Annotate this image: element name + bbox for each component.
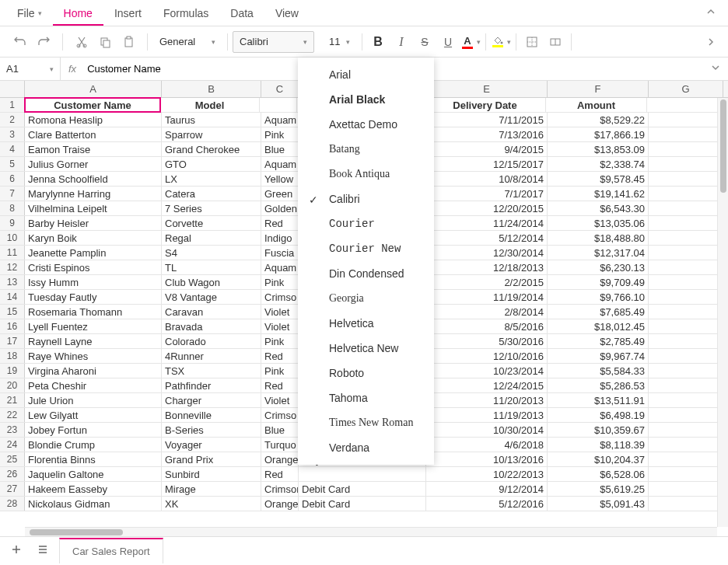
cell[interactable] bbox=[649, 260, 723, 274]
cell[interactable]: Sunbird bbox=[162, 467, 261, 481]
cell[interactable] bbox=[649, 275, 723, 289]
cell[interactable] bbox=[260, 98, 297, 112]
row-header[interactable]: 11 bbox=[0, 246, 25, 260]
cell[interactable]: Rosemaria Thomann bbox=[25, 305, 162, 319]
cell[interactable]: Golden bbox=[261, 201, 299, 215]
cell[interactable]: 2/8/2014 bbox=[426, 305, 548, 319]
cell[interactable] bbox=[649, 113, 723, 127]
cell[interactable]: Turquo bbox=[261, 438, 299, 452]
cell[interactable]: Clare Batterton bbox=[25, 127, 162, 141]
cell[interactable]: 12/24/2015 bbox=[426, 378, 548, 392]
font-menu-item[interactable]: Helvetica bbox=[298, 311, 434, 336]
cell[interactable]: Violet bbox=[261, 305, 299, 319]
row-header[interactable]: 8 bbox=[0, 201, 25, 215]
cell[interactable]: $6,230.13 bbox=[548, 260, 649, 274]
row-header[interactable]: 1 bbox=[0, 98, 25, 112]
cell[interactable]: Pink bbox=[261, 275, 299, 289]
font-menu-item[interactable]: Tahoma bbox=[298, 385, 434, 410]
cell[interactable]: Red bbox=[261, 216, 299, 230]
cell[interactable]: $13,035.06 bbox=[548, 216, 649, 230]
row-header[interactable]: 9 bbox=[0, 216, 25, 230]
cell[interactable]: Lew Gilyatt bbox=[25, 408, 162, 422]
cell[interactable]: Violet bbox=[261, 393, 299, 407]
cell[interactable]: Mirage bbox=[162, 482, 261, 496]
font-menu-item[interactable]: Calibri✓ bbox=[298, 187, 434, 211]
all-sheets-button[interactable] bbox=[33, 539, 53, 562]
cell[interactable]: Charger bbox=[162, 393, 261, 407]
cell[interactable]: 10/23/2014 bbox=[426, 364, 548, 378]
cell[interactable] bbox=[649, 305, 723, 319]
cell[interactable]: 11/19/2014 bbox=[426, 290, 548, 304]
cell[interactable]: Tuesday Fautly bbox=[25, 290, 162, 304]
cell[interactable]: 7 Series bbox=[162, 201, 261, 215]
cell[interactable]: 12/30/2014 bbox=[426, 246, 548, 260]
font-family-dropdown[interactable]: Calibri ▾ bbox=[233, 31, 314, 53]
cut-button[interactable] bbox=[71, 31, 93, 53]
font-color-button[interactable]: A ▾ bbox=[460, 31, 481, 53]
cell[interactable]: Corvette bbox=[162, 216, 261, 230]
cell[interactable]: 12/20/2015 bbox=[426, 201, 548, 215]
cell[interactable]: $18,012.45 bbox=[548, 319, 649, 333]
cell[interactable]: Aquam bbox=[261, 113, 299, 127]
row-header[interactable]: 12 bbox=[0, 260, 25, 274]
italic-button[interactable]: I bbox=[390, 31, 412, 53]
cell[interactable]: Marylynne Harring bbox=[25, 187, 162, 201]
cell[interactable]: Virgina Aharoni bbox=[25, 364, 162, 378]
cell[interactable]: Taurus bbox=[162, 113, 261, 127]
cell[interactable]: 11/19/2013 bbox=[426, 408, 548, 422]
add-sheet-button[interactable] bbox=[6, 539, 26, 562]
row-header[interactable]: 23 bbox=[0, 423, 25, 437]
horizontal-scrollbar[interactable] bbox=[25, 527, 717, 536]
font-menu-item[interactable]: Roboto bbox=[298, 361, 434, 385]
font-menu-item[interactable]: Axettac Demo bbox=[298, 112, 434, 137]
row-header[interactable]: 4 bbox=[0, 142, 25, 156]
cell[interactable]: Romona Heaslip bbox=[25, 113, 162, 127]
font-menu-item[interactable]: Book Antiqua bbox=[298, 162, 434, 187]
row-header[interactable]: 10 bbox=[0, 231, 25, 245]
cell[interactable] bbox=[299, 467, 426, 481]
cell[interactable]: Bravada bbox=[162, 319, 261, 333]
cell[interactable]: Barby Heisler bbox=[25, 216, 162, 230]
cell[interactable]: 10/22/2013 bbox=[426, 467, 548, 481]
cell[interactable]: Crimso bbox=[261, 290, 299, 304]
cell[interactable] bbox=[649, 290, 723, 304]
cell[interactable] bbox=[649, 452, 723, 466]
cell[interactable]: $9,578.45 bbox=[548, 172, 649, 186]
font-menu-item[interactable]: Batang bbox=[298, 137, 434, 162]
cell[interactable]: 7/1/2017 bbox=[426, 187, 548, 201]
row-header[interactable]: 18 bbox=[0, 349, 25, 363]
menu-view[interactable]: View bbox=[264, 1, 310, 26]
cell[interactable]: Julius Gorner bbox=[25, 157, 162, 171]
cell[interactable]: $6,498.19 bbox=[548, 408, 649, 422]
cell[interactable]: Bonneville bbox=[162, 408, 261, 422]
copy-button[interactable] bbox=[94, 31, 116, 53]
cell[interactable]: $19,141.62 bbox=[548, 187, 649, 201]
cell[interactable]: 7/13/2016 bbox=[426, 127, 548, 141]
scrollbar-thumb[interactable] bbox=[720, 99, 726, 193]
cell[interactable]: Orange bbox=[261, 452, 299, 466]
menu-file[interactable]: File ▾ bbox=[6, 1, 53, 26]
cell[interactable]: Raye Whines bbox=[25, 349, 162, 363]
cell[interactable]: 12/15/2017 bbox=[426, 157, 548, 171]
row-header[interactable]: 26 bbox=[0, 467, 25, 481]
cell[interactable]: S4 bbox=[162, 246, 261, 260]
cell[interactable]: $9,967.74 bbox=[548, 349, 649, 363]
cell[interactable] bbox=[649, 187, 723, 201]
cell[interactable]: Jobey Fortun bbox=[25, 423, 162, 437]
cell[interactable]: Aquam bbox=[261, 157, 299, 171]
cell[interactable] bbox=[649, 172, 723, 186]
cell[interactable]: $5,091.43 bbox=[548, 497, 649, 511]
cell[interactable]: LX bbox=[162, 172, 261, 186]
cell[interactable]: Debit Card bbox=[299, 482, 426, 496]
cell[interactable]: $12,317.04 bbox=[548, 246, 649, 260]
cell[interactable]: $7,685.49 bbox=[548, 305, 649, 319]
cell[interactable] bbox=[649, 467, 723, 481]
cell[interactable]: Green bbox=[261, 187, 299, 201]
cell[interactable]: B-Series bbox=[162, 423, 261, 437]
col-header-A[interactable]: A bbox=[25, 81, 162, 97]
sheet-tab-active[interactable]: Car Sales Report bbox=[59, 538, 163, 563]
cell[interactable]: Red bbox=[261, 349, 299, 363]
cell[interactable]: Eamon Traise bbox=[25, 142, 162, 156]
row-header[interactable]: 7 bbox=[0, 187, 25, 201]
cell[interactable]: 2/2/2015 bbox=[426, 275, 548, 289]
